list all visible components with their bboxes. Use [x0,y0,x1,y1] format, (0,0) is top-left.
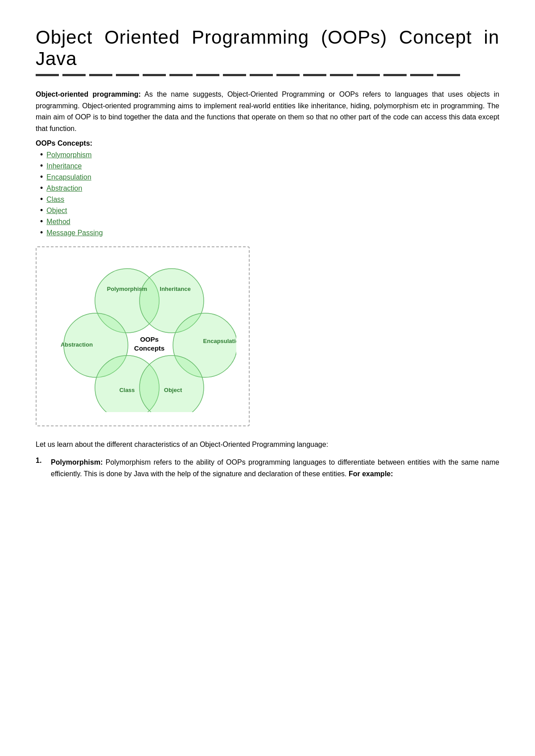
section-content: Polymorphism: Polymorphism refers to the… [51,457,499,479]
section-bold-term: Polymorphism: [51,458,103,466]
list-item: Polymorphism [40,150,499,159]
oops-diagram-svg: Polymorphism Inheritance Abstraction Enc… [49,261,236,412]
concepts-list: Polymorphism Inheritance Encapsulation A… [36,150,499,237]
object-link[interactable]: Object [46,207,67,215]
for-example-label: For example: [349,470,393,478]
oops-diagram-box: Polymorphism Inheritance Abstraction Enc… [36,246,250,426]
list-item: Object [40,206,499,215]
inheritance-circle-label: Inheritance [160,286,190,292]
title-divider [36,74,499,76]
abstraction-link[interactable]: Abstraction [46,184,82,192]
inheritance-link[interactable]: Inheritance [46,162,82,170]
center-label-line2: Concepts [134,344,165,352]
abstraction-circle-label: Abstraction [61,341,93,348]
class-link[interactable]: Class [46,196,64,204]
intro-paragraph: Object-oriented programming: As the name… [36,89,499,134]
page-title: Object Oriented Programming (OOPs) Conce… [36,27,499,69]
class-circle-label: Class [119,387,135,393]
list-item: Encapsulation [40,172,499,182]
list-item: Abstraction [40,184,499,193]
object-circle-label: Object [164,387,182,393]
polymorphism-circle-label: Polymorphism [107,286,147,292]
polymorphism-section: 1. Polymorphism: Polymorphism refers to … [36,457,499,479]
list-item: Inheritance [40,161,499,171]
center-label-line1: OOPs [140,335,159,343]
method-link[interactable]: Method [46,218,70,226]
list-item: Message Passing [40,228,499,237]
list-item: Method [40,217,499,226]
polymorphism-link[interactable]: Polymorphism [46,151,91,159]
oops-concepts-heading: OOPs Concepts: [36,139,499,147]
encapsulation-circle-label: Encapsulation [203,338,236,344]
section-body: Polymorphism refers to the ability of OO… [51,458,499,478]
section-number: 1. [36,457,46,479]
let-us-paragraph: Let us learn about the different charact… [36,439,499,450]
list-item: Class [40,195,499,204]
intro-bold-term: Object-oriented programming: [36,90,141,98]
oops-diagram: Polymorphism Inheritance Abstraction Enc… [49,261,236,412]
message-passing-link[interactable]: Message Passing [46,229,103,237]
encapsulation-link[interactable]: Encapsulation [46,173,91,181]
